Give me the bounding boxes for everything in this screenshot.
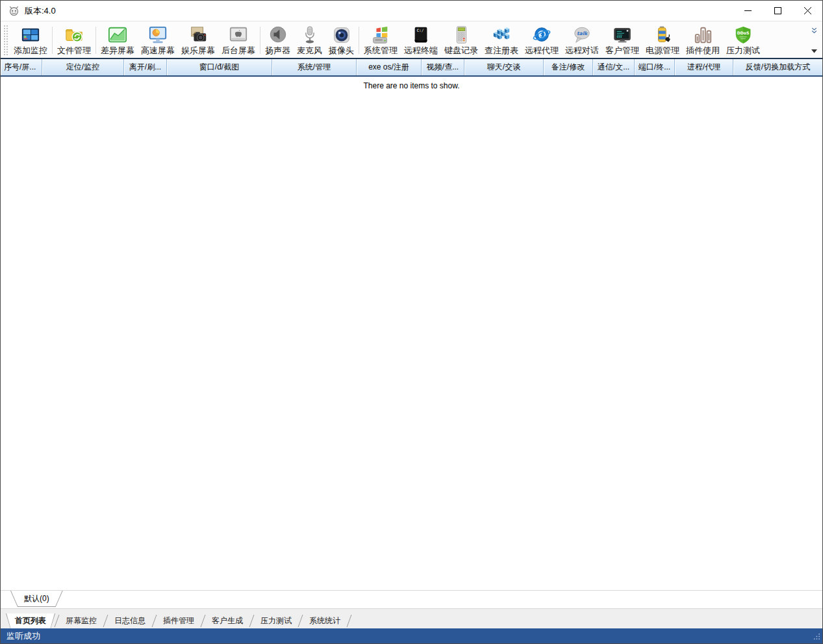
webcam-icon	[332, 24, 351, 45]
bottom-tab-4[interactable]: 客户生成	[205, 613, 250, 628]
toolbar-button-fun-screen[interactable]: 娱乐屏幕	[178, 23, 218, 58]
toolbar-button-system-manage[interactable]: 系统管理	[361, 23, 401, 58]
toolbar-button-label: 键盘记录	[444, 45, 478, 56]
toolbar-button-proxy-globe[interactable]: 远程代理	[522, 23, 562, 58]
column-header-3[interactable]: 窗口/đ/截图	[167, 59, 272, 75]
bottom-tab-3[interactable]: 插件管理	[156, 613, 201, 628]
column-header-6[interactable]: 视频/查...	[422, 59, 464, 75]
toolbar-button-registry-cubes[interactable]: 查注册表	[481, 23, 522, 58]
toolbar-button-terminal[interactable]: C:/远程终端	[401, 23, 441, 58]
column-header-12[interactable]: 反馈/切换加载方式	[733, 59, 822, 75]
toolbar-separator	[95, 27, 96, 54]
plugin-bars-icon	[693, 24, 713, 45]
toolbar-separator	[359, 27, 359, 54]
toolbar-button-label: 客户管理	[605, 45, 639, 56]
toolbar-button-fast-screen[interactable]: 高速屏幕	[138, 23, 178, 58]
toolbar-overflow	[807, 23, 821, 58]
bottom-tab-2[interactable]: 日志信息	[107, 613, 153, 628]
terminal-icon: C:/	[411, 24, 431, 45]
column-header-4[interactable]: 系统/管理	[272, 59, 357, 75]
empty-list-message: There are no items to show.	[1, 77, 822, 90]
toolbar-button-speaker[interactable]: 扬声器	[262, 23, 294, 58]
bottom-tab-bar: 首页列表屏幕监控日志信息插件管理客户生成压力测试系统统计	[1, 613, 822, 628]
close-button[interactable]	[792, 1, 822, 21]
toolbar-button-label: 压力测试	[726, 45, 760, 56]
group-tab-strip: 默认(0)	[1, 590, 822, 608]
toolbar-button-file-manager[interactable]: 文件管理	[54, 23, 94, 58]
file-manager-icon	[64, 24, 84, 45]
minimize-icon	[744, 7, 752, 14]
keylogger-icon	[451, 24, 471, 45]
group-tab-0[interactable]: 默认(0)	[10, 591, 63, 607]
maximize-button[interactable]	[763, 1, 792, 21]
toolbar-button-label: 添加监控	[14, 45, 47, 56]
toolbar-button-power-battery[interactable]: 电源管理	[642, 23, 683, 58]
toolbar-gripper-icon[interactable]	[3, 25, 8, 55]
toolbar-separator	[260, 27, 260, 54]
column-header-5[interactable]: exe os/注册	[357, 59, 422, 75]
microphone-icon	[300, 24, 320, 45]
toolbar-button-label: 娱乐屏幕	[181, 45, 215, 56]
toolbar-button-label: 扬声器	[265, 45, 290, 56]
dropdown-arrow-icon[interactable]	[809, 47, 819, 55]
background-screen-icon	[229, 24, 248, 45]
client-list-area: There are no items to show.	[1, 77, 822, 590]
column-header-2[interactable]: 离开/刷...	[124, 59, 167, 75]
toolbar-button-talk-bubble[interactable]: talk远程对话	[562, 23, 602, 58]
toolbar-button-webcam[interactable]: 摄像头	[325, 23, 357, 58]
toolbar-button-microphone[interactable]: 麦克风	[294, 23, 325, 58]
column-header-7[interactable]: 聊天/交谈	[464, 59, 544, 75]
fun-screen-icon	[188, 24, 208, 45]
toolbar-button-label: 查注册表	[485, 45, 518, 56]
toolbar-button-label: 远程终端	[404, 45, 438, 56]
app-window: 版本:4.0 添加监控文件管理差异屏幕高速屏幕娱乐屏幕后台屏幕扬声器麦克风摄像头…	[0, 0, 823, 644]
toolbar-button-diff-screen[interactable]: 差异屏幕	[97, 23, 138, 58]
svg-text:talk: talk	[577, 31, 588, 36]
minimize-button[interactable]	[733, 1, 763, 21]
registry-cubes-icon	[492, 24, 511, 45]
speaker-icon	[268, 24, 288, 45]
toolbar-button-label: 文件管理	[57, 45, 91, 56]
toolbar-button-ddos-shield[interactable]: DDoS压力测试	[723, 23, 763, 58]
bottom-tab-6[interactable]: 系统统计	[302, 613, 348, 628]
diff-screen-icon	[108, 24, 127, 45]
toolbar-button-add-monitors[interactable]: 添加监控	[10, 23, 51, 58]
proxy-globe-icon	[532, 24, 551, 45]
group-tab-label: 默认(0)	[11, 591, 62, 606]
column-header-0[interactable]: 序号/屏...	[1, 59, 42, 75]
column-header-1[interactable]: 定位/监控	[42, 59, 124, 75]
toolbar-button-label: 麦克风	[297, 45, 322, 56]
toolbar-button-background-screen[interactable]: 后台屏幕	[218, 23, 259, 58]
svg-text:C:/: C:/	[416, 28, 424, 32]
bottom-tab-0[interactable]: 首页列表	[6, 613, 55, 628]
toolbar-button-label: 高速屏幕	[141, 45, 175, 56]
toolbar-button-keylogger[interactable]: 键盘记录	[441, 23, 481, 58]
chevron-double-down-icon[interactable]	[809, 27, 819, 34]
toolbar: 添加监控文件管理差异屏幕高速屏幕娱乐屏幕后台屏幕扬声器麦克风摄像头系统管理C:/…	[1, 21, 822, 58]
bottom-tab-1[interactable]: 屏幕监控	[58, 613, 104, 628]
maximize-icon	[774, 7, 781, 14]
talk-bubble-icon: talk	[572, 24, 592, 45]
toolbar-separator	[52, 27, 53, 54]
column-header-9[interactable]: 通信/文...	[593, 59, 635, 75]
column-header-11[interactable]: 进程/代理	[675, 59, 733, 75]
toolbar-button-client-monitor[interactable]: 客户管理	[602, 23, 642, 58]
window-title: 版本:4.0	[25, 5, 56, 17]
toolbar-button-label: 差异屏幕	[101, 45, 134, 56]
bottom-tab-5[interactable]: 压力测试	[253, 613, 299, 628]
toolbar-button-label: 远程对话	[565, 45, 599, 56]
toolbar-button-label: 电源管理	[646, 45, 679, 56]
toolbar-button-label: 系统管理	[364, 45, 398, 56]
toolbar-button-label: 摄像头	[329, 45, 354, 56]
statusbar: 监听成功	[1, 628, 822, 643]
toolbar-items: 添加监控文件管理差异屏幕高速屏幕娱乐屏幕后台屏幕扬声器麦克风摄像头系统管理C:/…	[10, 23, 807, 58]
toolbar-button-plugin-bars[interactable]: 插件使用	[683, 23, 723, 58]
column-header-10[interactable]: 端口/终...	[635, 59, 675, 75]
resize-grip-icon[interactable]	[812, 632, 820, 642]
fast-screen-icon	[148, 24, 168, 45]
window-controls	[733, 1, 822, 21]
column-header-8[interactable]: 备注/修改	[544, 59, 593, 75]
power-battery-icon	[653, 24, 672, 45]
client-monitor-icon	[613, 24, 632, 45]
close-icon	[804, 7, 811, 14]
